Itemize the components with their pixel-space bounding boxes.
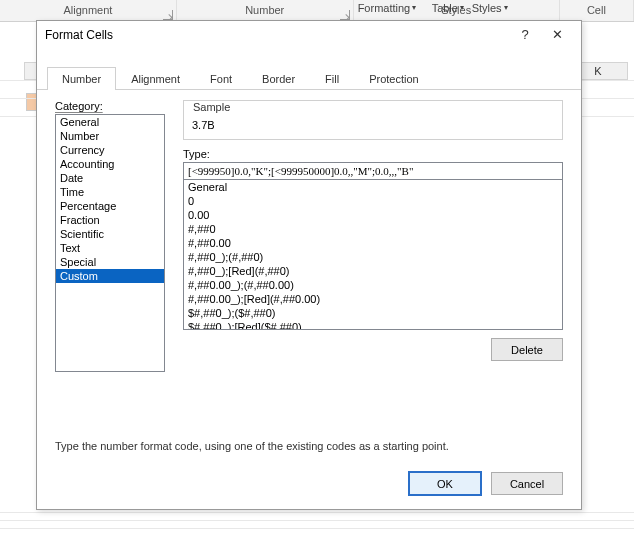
category-item-accounting[interactable]: Accounting (56, 157, 164, 171)
tab-number[interactable]: Number (47, 67, 116, 90)
category-item-fraction[interactable]: Fraction (56, 213, 164, 227)
ribbon-group-alignment: Alignment (0, 0, 177, 21)
type-label: Type: (183, 148, 563, 160)
type-list[interactable]: General 0 0.00 #,##0 #,##0.00 #,##0_);(#… (183, 180, 563, 330)
sample-group: Sample 3.7B (183, 100, 563, 140)
type-item[interactable]: General (184, 180, 562, 194)
dialog-tabs: Number Alignment Font Border Fill Protec… (37, 67, 581, 90)
type-item[interactable]: #,##0.00_);[Red](#,##0.00) (184, 292, 562, 306)
category-label: Category: (55, 100, 165, 112)
cancel-button[interactable]: Cancel (491, 472, 563, 495)
category-item-special[interactable]: Special (56, 255, 164, 269)
help-button[interactable]: ? (509, 21, 541, 49)
type-item[interactable]: #,##0_);[Red](#,##0) (184, 264, 562, 278)
category-list[interactable]: General Number Currency Accounting Date … (55, 114, 165, 372)
category-item-custom[interactable]: Custom (56, 269, 164, 283)
format-cells-dialog: Format Cells ? ✕ Number Alignment Font B… (36, 20, 582, 510)
close-button[interactable]: ✕ (541, 21, 573, 49)
category-item-text[interactable]: Text (56, 241, 164, 255)
category-item-percentage[interactable]: Percentage (56, 199, 164, 213)
tab-protection[interactable]: Protection (354, 67, 434, 90)
category-item-time[interactable]: Time (56, 185, 164, 199)
type-item[interactable]: #,##0 (184, 222, 562, 236)
ribbon-group-styles: Formatting▾ Table▾ Styles▾ Styles (354, 0, 560, 21)
category-item-date[interactable]: Date (56, 171, 164, 185)
type-item[interactable]: #,##0.00 (184, 236, 562, 250)
type-item[interactable]: #,##0.00_);(#,##0.00) (184, 278, 562, 292)
type-input[interactable] (183, 162, 563, 180)
ribbon-group-cells: Cell (560, 0, 634, 21)
type-item[interactable]: #,##0_);(#,##0) (184, 250, 562, 264)
type-item[interactable]: $#,##0_);[Red]($#,##0) (184, 320, 562, 330)
dialog-title: Format Cells (45, 28, 509, 42)
type-item[interactable]: 0.00 (184, 208, 562, 222)
category-item-number[interactable]: Number (56, 129, 164, 143)
category-item-scientific[interactable]: Scientific (56, 227, 164, 241)
type-item[interactable]: $#,##0_);($#,##0) (184, 306, 562, 320)
category-item-currency[interactable]: Currency (56, 143, 164, 157)
dialog-launcher-icon[interactable] (340, 10, 350, 20)
sample-value: 3.7B (184, 115, 562, 137)
tab-border[interactable]: Border (247, 67, 310, 90)
cell-styles-button[interactable]: Styles▾ (472, 0, 508, 18)
tab-alignment[interactable]: Alignment (116, 67, 195, 90)
delete-button[interactable]: Delete (491, 338, 563, 361)
hint-text: Type the number format code, using one o… (55, 440, 563, 452)
conditional-formatting-button[interactable]: Formatting▾ (358, 0, 417, 18)
ok-button[interactable]: OK (409, 472, 481, 495)
category-item-general[interactable]: General (56, 115, 164, 129)
type-item[interactable]: 0 (184, 194, 562, 208)
dialog-titlebar[interactable]: Format Cells ? ✕ (37, 21, 581, 49)
tab-fill[interactable]: Fill (310, 67, 354, 90)
dialog-launcher-icon[interactable] (163, 10, 173, 20)
ribbon-group-number: Number (177, 0, 354, 21)
sample-label: Sample (190, 101, 233, 113)
tab-font[interactable]: Font (195, 67, 247, 90)
format-table-button[interactable]: Table▾ (432, 0, 464, 18)
